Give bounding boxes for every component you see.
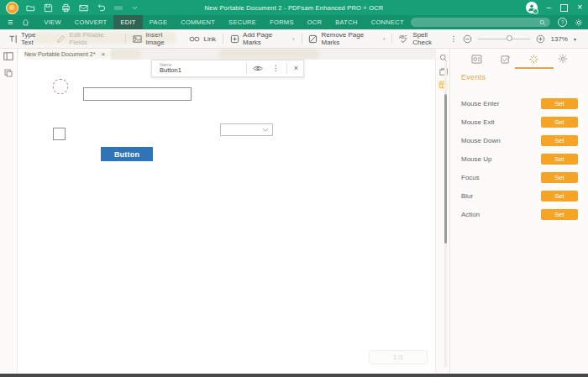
edit-fillable-fields-button[interactable]: Edit Fillable Fields	[51, 29, 123, 48]
panel-toggle-icon[interactable]	[3, 52, 13, 60]
set-button[interactable]: Set	[541, 98, 578, 109]
spell-check-button[interactable]: ABC Spell Check ⋮	[394, 29, 462, 48]
add-page-marks-icon	[230, 34, 239, 44]
toolbar-separator	[302, 34, 302, 44]
disabled-redo-icon	[114, 6, 123, 10]
properties-panel-tabs	[450, 49, 588, 69]
set-button[interactable]: Set	[541, 135, 578, 146]
document-tab-title: New Portable Document 2*	[24, 51, 95, 57]
app-logo-icon	[6, 2, 18, 14]
field-name-value: Button1	[160, 67, 181, 75]
field-events-tab-icon[interactable]	[528, 54, 539, 65]
menu-item-page[interactable]: PAGE	[143, 15, 174, 29]
toolbar-separator	[391, 34, 392, 44]
print-icon[interactable]	[61, 3, 71, 13]
menu-item-connect[interactable]: CONNECT	[365, 15, 411, 29]
page-indicator[interactable]: 1 /1	[369, 350, 428, 364]
set-button[interactable]: Set	[541, 117, 578, 128]
submenu-arrow-icon: ›	[292, 35, 295, 43]
set-button[interactable]: Set	[541, 209, 578, 220]
zoom-slider-knob[interactable]	[507, 35, 512, 41]
event-row-focus: Focus Set	[461, 171, 578, 183]
form-dropdown-field[interactable]	[220, 123, 273, 136]
menubar: ≡ VIEW CONVERT EDIT PAGE COMMENT SECURE …	[0, 15, 588, 29]
search-icon	[539, 19, 546, 26]
tab-close-icon[interactable]: ×	[101, 51, 105, 58]
zoom-dropdown-icon[interactable]: ▾	[574, 36, 576, 42]
document-tabstrip: New Portable Document 2* ×	[18, 49, 435, 60]
form-checkbox-field[interactable]	[53, 128, 66, 140]
open-file-icon[interactable]	[26, 3, 35, 13]
form-push-button[interactable]: Button	[101, 147, 153, 161]
type-text-icon	[8, 34, 18, 44]
event-row-mouse-up: Mouse Up Set	[461, 153, 578, 165]
combo-chevron-icon	[262, 128, 269, 133]
maximize-button[interactable]	[560, 4, 568, 12]
menu-item-view[interactable]: VIEW	[37, 15, 67, 29]
menu-item-batch[interactable]: BATCH	[328, 15, 364, 29]
zoom-in-icon[interactable]	[536, 34, 545, 44]
menu-item-convert[interactable]: CONVERT	[68, 15, 114, 29]
zoom-slider[interactable]	[478, 39, 530, 39]
document-page[interactable]: Button 1 /1	[18, 60, 435, 374]
highlight-fields-toggle[interactable]	[438, 80, 449, 90]
help-icon[interactable]: ?	[558, 18, 567, 27]
menu-item-comment[interactable]: COMMENT	[174, 15, 222, 29]
online-status-dot	[533, 8, 538, 14]
spell-check-icon: ABC	[399, 34, 409, 44]
events-panel-title: Events	[461, 73, 486, 81]
menu-item-secure[interactable]: SECURE	[222, 15, 263, 29]
document-tab[interactable]: New Portable Document 2* ×	[18, 49, 111, 60]
field-settings-tab-icon[interactable]	[558, 54, 568, 64]
minimize-button[interactable]: –	[547, 3, 552, 12]
form-text-field[interactable]	[83, 87, 192, 101]
set-button[interactable]: Set	[541, 172, 578, 183]
user-avatar[interactable]	[526, 2, 538, 13]
save-icon[interactable]	[44, 3, 53, 13]
add-page-marks-button[interactable]: Add Page Marks ›	[225, 29, 300, 48]
insert-image-button[interactable]: Insert Image	[128, 29, 184, 48]
link-button[interactable]: Link	[184, 29, 221, 48]
edit-fields-icon	[56, 34, 66, 44]
undo-icon[interactable]	[97, 3, 106, 13]
radio-field-selection-marquee[interactable]	[53, 79, 68, 94]
app-window: New Portable Document 2 - PDFsam Enhance…	[0, 0, 588, 377]
mail-icon[interactable]	[79, 3, 88, 13]
type-text-button[interactable]: Type Text	[3, 29, 51, 48]
titlebar: New Portable Document 2 - PDFsam Enhance…	[0, 0, 588, 15]
popup-separator	[286, 63, 287, 74]
remove-page-marks-button[interactable]: Remove Page Marks ›	[303, 29, 390, 48]
set-button[interactable]: Set	[541, 154, 578, 165]
window-title: New Portable Document 2 - PDFsam Enhance…	[205, 4, 384, 12]
popup-more-icon[interactable]: ⋮	[272, 65, 280, 72]
vertical-scrollbar-thumb[interactable]	[444, 94, 447, 243]
zoom-level[interactable]: 137%	[551, 35, 568, 43]
search-input[interactable]	[411, 18, 550, 27]
field-name-popup: Name Button1 ⋮ ×	[151, 60, 304, 77]
toolbar-chevron-icon[interactable]	[131, 4, 139, 12]
settings-gear-icon[interactable]	[575, 18, 583, 27]
field-appearance-tab-icon[interactable]	[471, 55, 482, 64]
field-options-tab-icon[interactable]	[501, 55, 511, 64]
set-button[interactable]: Set	[541, 191, 578, 202]
menu-item-forms[interactable]: FORMS	[263, 15, 301, 29]
overflow-icon[interactable]: ⋮	[449, 34, 457, 43]
menu-item-ocr[interactable]: OCR	[301, 15, 329, 29]
left-rail	[0, 49, 18, 374]
zoom-controls: 137% ▾	[463, 34, 585, 44]
zoom-out-icon[interactable]	[463, 34, 472, 44]
event-row-blur: Blur Set	[461, 190, 578, 202]
svg-text:ABC: ABC	[399, 34, 407, 39]
home-icon[interactable]	[22, 18, 29, 26]
event-row-mouse-down: Mouse Down Set	[461, 134, 578, 146]
popup-close-icon[interactable]: ×	[294, 65, 298, 72]
hamburger-menu-icon[interactable]: ≡	[8, 15, 13, 29]
menu-item-edit[interactable]: EDIT	[113, 15, 142, 29]
page-tools-rail	[435, 49, 449, 374]
field-visibility-icon[interactable]	[249, 65, 267, 72]
active-tab-underline	[515, 67, 554, 69]
page-thumbnails-icon[interactable]	[4, 69, 13, 77]
event-row-action: Action Set	[461, 208, 578, 220]
field-name-input[interactable]: Name Button1	[152, 62, 189, 75]
close-button[interactable]: ×	[577, 3, 582, 12]
